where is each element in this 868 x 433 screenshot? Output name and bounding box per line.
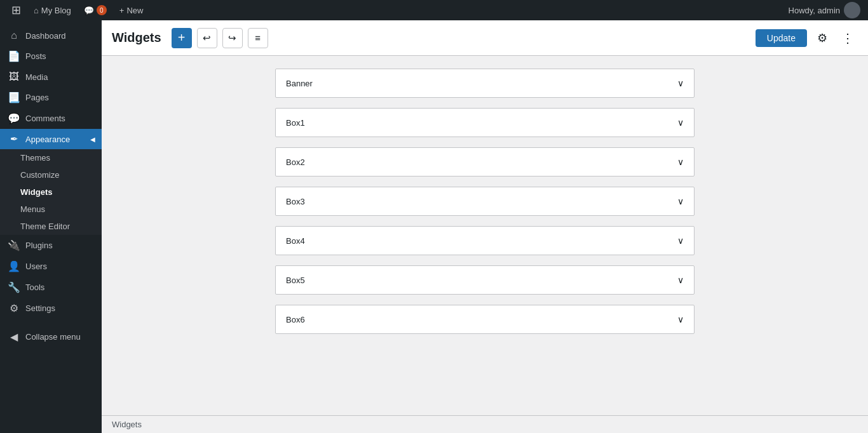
comments-link[interactable]: 💬 0 (78, 0, 113, 20)
chevron-down-icon: ∨ (677, 236, 684, 246)
content-scroll[interactable]: Banner ∨ Box1 ∨ Box2 ∨ Box3 ∨ (102, 56, 868, 415)
home-icon: ⌂ (34, 6, 39, 15)
wp-icon: ⊞ (11, 3, 21, 17)
widget-banner-label: Banner (286, 79, 313, 88)
dashboard-icon: ⌂ (8, 30, 20, 41)
ellipsis-icon: ⋮ (841, 32, 854, 44)
sidebar-menu: ⌂ Dashboard 📄 Posts 🖼 Media 📃 Pages 💬 Co… (0, 20, 102, 347)
widget-box5-label: Box5 (286, 276, 305, 285)
chevron-down-icon: ∨ (677, 157, 684, 167)
appearance-submenu: Themes Customize Widgets Menus Theme Edi… (0, 149, 102, 235)
page-title: Widgets (112, 30, 161, 45)
redo-icon: ↪ (228, 32, 236, 44)
howdy-section[interactable]: Howdy, admin (781, 2, 868, 18)
plugins-icon: 🔌 (8, 239, 20, 251)
footer-label: Widgets (102, 415, 868, 433)
sidebar-subitem-themes[interactable]: Themes (0, 149, 102, 166)
sidebar-item-posts[interactable]: 📄 Posts (0, 46, 102, 67)
widget-banner[interactable]: Banner ∨ (275, 69, 695, 98)
sidebar-subitem-widgets[interactable]: Widgets (0, 183, 102, 201)
settings-icon: ⚙ (8, 302, 20, 314)
sidebar-item-pages[interactable]: 📃 Pages (0, 87, 102, 108)
tools-icon: 🔧 (8, 281, 20, 293)
users-icon: 👤 (8, 260, 20, 272)
sidebar-item-collapse[interactable]: ◀ Collapse menu (0, 326, 102, 347)
collapse-icon: ◀ (8, 331, 20, 343)
settings-button[interactable]: ⚙ (812, 28, 832, 48)
plus-icon: + (119, 6, 125, 15)
redo-button[interactable]: ↪ (222, 28, 243, 48)
sidebar: ⌂ Dashboard 📄 Posts 🖼 Media 📃 Pages 💬 Co… (0, 20, 102, 433)
appearance-arrow: ◀ (90, 136, 95, 143)
widget-box3[interactable]: Box3 ∨ (275, 187, 695, 216)
sidebar-item-tools[interactable]: 🔧 Tools (0, 277, 102, 298)
sidebar-item-media[interactable]: 🖼 Media (0, 67, 102, 87)
widget-box1[interactable]: Box1 ∨ (275, 108, 695, 137)
update-button[interactable]: Update (756, 29, 807, 47)
comment-icon: 💬 (84, 6, 94, 15)
list-view-button[interactable]: ≡ (248, 28, 268, 48)
sidebar-item-plugins[interactable]: 🔌 Plugins (0, 235, 102, 256)
undo-icon: ↩ (203, 32, 211, 44)
chevron-down-icon: ∨ (677, 117, 684, 128)
chevron-down-icon: ∨ (677, 196, 684, 206)
new-content[interactable]: + New (113, 0, 150, 20)
comment-count: 0 (97, 5, 107, 15)
widget-box3-label: Box3 (286, 197, 305, 206)
admin-bar-right: Howdy, admin (781, 0, 868, 20)
widget-box6[interactable]: Box6 ∨ (275, 305, 695, 334)
chevron-down-icon: ∨ (677, 314, 684, 324)
undo-button[interactable]: ↩ (197, 28, 217, 48)
sidebar-subitem-theme-editor[interactable]: Theme Editor (0, 218, 102, 235)
widget-box5[interactable]: Box5 ∨ (275, 265, 695, 295)
main-layout: ⌂ Dashboard 📄 Posts 🖼 Media 📃 Pages 💬 Co… (0, 20, 868, 433)
widgets-container: Banner ∨ Box1 ∨ Box2 ∨ Box3 ∨ (262, 69, 707, 344)
add-widget-button[interactable]: + (172, 28, 192, 48)
widget-box6-label: Box6 (286, 315, 305, 324)
gear-icon: ⚙ (817, 31, 827, 45)
admin-bar: ⊞ ⌂ My Blog 💬 0 + New Howdy, admin (0, 0, 868, 20)
widget-box2[interactable]: Box2 ∨ (275, 147, 695, 177)
widget-box4[interactable]: Box4 ∨ (275, 226, 695, 255)
sidebar-subitem-menus[interactable]: Menus (0, 201, 102, 218)
main-content: Widgets + ↩ ↪ ≡ Update ⚙ ⋮ (102, 20, 868, 433)
widget-box2-label: Box2 (286, 157, 305, 167)
sidebar-item-dashboard[interactable]: ⌂ Dashboard (0, 25, 102, 46)
list-icon: ≡ (255, 32, 261, 43)
wp-logo[interactable]: ⊞ (5, 0, 27, 20)
site-name[interactable]: ⌂ My Blog (27, 0, 78, 20)
pages-icon: 📃 (8, 91, 20, 103)
posts-icon: 📄 (8, 50, 20, 62)
chevron-down-icon: ∨ (677, 78, 684, 88)
header-bar: Widgets + ↩ ↪ ≡ Update ⚙ ⋮ (102, 20, 868, 56)
appearance-icon: ✒ (8, 133, 20, 145)
sidebar-item-comments[interactable]: 💬 Comments (0, 108, 102, 129)
sidebar-subitem-customize[interactable]: Customize (0, 166, 102, 183)
widget-box1-label: Box1 (286, 118, 305, 128)
more-options-button[interactable]: ⋮ (837, 28, 858, 48)
media-icon: 🖼 (8, 71, 20, 83)
widget-box4-label: Box4 (286, 236, 305, 246)
comments-icon: 💬 (8, 112, 20, 124)
sidebar-item-settings[interactable]: ⚙ Settings (0, 298, 102, 319)
chevron-down-icon: ∨ (677, 275, 684, 285)
sidebar-item-appearance[interactable]: ✒ Appearance ◀ (0, 129, 102, 149)
avatar (844, 2, 860, 18)
sidebar-item-users[interactable]: 👤 Users (0, 256, 102, 277)
